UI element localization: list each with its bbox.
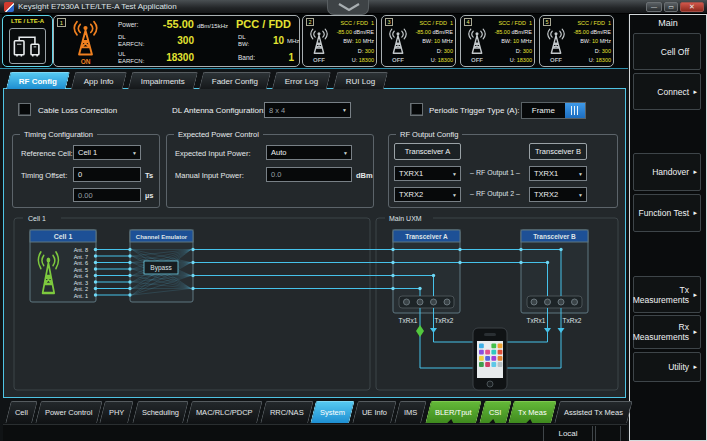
- submenu-arrow-icon: ▸: [693, 362, 697, 372]
- connect-button[interactable]: Connect▸: [633, 73, 701, 110]
- utility-button[interactable]: Utility▸: [633, 352, 701, 382]
- ant-label: Ant. 8: [74, 247, 88, 253]
- expected-power-section: Expected Power Control Expected Input Po…: [166, 134, 374, 208]
- status-bar: Local: [3, 424, 627, 441]
- txrx2-b-dropdown[interactable]: TXRX2▼: [529, 187, 587, 202]
- chevron-down-icon: ▼: [452, 192, 457, 198]
- trigger-mode-toggle[interactable]: Frame: [521, 102, 586, 119]
- app-window: Keysight E7530A LTE/LTE-A Test Applicati…: [0, 0, 707, 441]
- txrx1-a-label: TxRx1: [399, 317, 418, 324]
- scc-panel-4[interactable]: 4 OFF SCC / FDD 1 -85.00 dBm/RE BW: 10 M…: [460, 15, 535, 67]
- tab-error-log[interactable]: Error Log: [272, 72, 332, 89]
- cell-off-button[interactable]: Cell Off: [633, 33, 701, 70]
- antenna-icon: [465, 28, 489, 55]
- tab-ims[interactable]: IMS: [395, 401, 428, 423]
- transceiver-a-button[interactable]: Transceiver A: [394, 143, 461, 160]
- timing-offset-input[interactable]: 0: [73, 167, 141, 182]
- tab-cell[interactable]: Cell: [5, 401, 37, 423]
- ant-label: Ant. 7: [74, 254, 88, 260]
- expected-input-power-dropdown[interactable]: Auto▼: [266, 145, 352, 160]
- chevron-down-icon: ▼: [578, 171, 583, 177]
- tab-phy[interactable]: PHY: [100, 401, 135, 423]
- chevron-down-icon: ▼: [452, 171, 457, 177]
- scc-info: SCC / FDD 1 -85.00 dBm/RE BW: 10 MHz D: …: [489, 19, 532, 65]
- tab-rrc-nas[interactable]: RRC/NAS: [260, 401, 313, 423]
- section-title: Timing Configuration: [20, 130, 97, 139]
- tab-scheduling[interactable]: Scheduling: [132, 401, 189, 423]
- minimize-button[interactable]: —: [646, 2, 662, 12]
- status-panel-row: LTE / LTE-A 1 ON Power: -55.00 dBm/15kHz…: [2, 14, 628, 68]
- cell-state: OFF: [307, 57, 331, 63]
- minimize-icon: —: [651, 4, 657, 10]
- dl-antenna-dropdown[interactable]: 8 x 4▼: [264, 102, 351, 118]
- txrx1-a-dropdown[interactable]: TXRX1▼: [394, 166, 461, 181]
- maximize-icon: ▭: [668, 4, 674, 10]
- rx-measurements-button[interactable]: Rx Measurements▸: [633, 315, 701, 349]
- collapse-chevron[interactable]: [327, 0, 369, 15]
- ant-label: Ant. 1: [74, 293, 88, 299]
- dl-earfcn-label-1: DL: [118, 34, 126, 40]
- scc-panel-5[interactable]: 5 OFF SCC / FDD 1 -85.00 dBm/RE BW: 10 M…: [539, 15, 614, 67]
- bypass-label: Bypass: [150, 264, 172, 272]
- dl-bw-label-2: BW:: [238, 41, 249, 47]
- ue-phone-icon: [473, 328, 507, 390]
- scc-panel-2[interactable]: 2 OFF SCC / FDD 1 -85.00 dBm/RE BW: 10 M…: [302, 15, 377, 67]
- reference-cell-label: Reference Cell:: [21, 149, 73, 158]
- power-value: -55.00: [140, 18, 194, 30]
- txrx1-b-dropdown[interactable]: TXRX1▼: [529, 166, 587, 181]
- tab-csi[interactable]: CSI: [479, 401, 511, 423]
- submenu-arrow-icon: ▸: [693, 87, 697, 97]
- tab-mac-rlc-pdcp[interactable]: MAC/RLC/PDCP: [186, 401, 262, 423]
- local-mode-button[interactable]: Local: [543, 426, 593, 441]
- tab-rf-config[interactable]: RF Config: [6, 72, 70, 89]
- close-button[interactable]: ✕: [680, 2, 704, 12]
- tab-tx-meas[interactable]: Tx Meas: [508, 401, 556, 423]
- lte-mode-panel[interactable]: LTE / LTE-A: [2, 15, 53, 67]
- timing-offset-us-input[interactable]: 0.00: [73, 188, 141, 202]
- tab-bler-tput[interactable]: BLER/Tput: [425, 401, 481, 423]
- tab-ue-info[interactable]: UE Info: [353, 401, 398, 423]
- antenna-icon: [544, 28, 568, 55]
- transceiver-b-button[interactable]: Transceiver B: [529, 143, 587, 160]
- toggle-switch[interactable]: [565, 103, 585, 118]
- cell-index-badge: 2: [306, 18, 314, 26]
- rf-output-1-label: – RF Output 1 –: [463, 169, 527, 176]
- pcc-cell-panel[interactable]: 1 ON Power: -55.00 dBm/15kHz PCC / FDD D…: [53, 15, 300, 67]
- band-value: 1: [260, 52, 294, 63]
- txrx2-a-dropdown[interactable]: TXRX2▼: [394, 187, 461, 202]
- tab-system[interactable]: System: [311, 401, 356, 423]
- maximize-button[interactable]: ▭: [664, 2, 678, 12]
- tab-assisted-tx-meas[interactable]: Assisted Tx Meas: [554, 401, 633, 423]
- txrx2-b-label: TxRx2: [563, 317, 582, 324]
- measurement-tab-bar: Cell Power Control PHY Scheduling MAC/RL…: [8, 399, 630, 423]
- us-unit: µs: [145, 191, 154, 200]
- ant-label: Ant. 6: [74, 260, 88, 266]
- rf-wiring-diagram: Cell 1 Main UXM Cell 1 Ant. 8 Ant. 7 Ant…: [4, 210, 624, 398]
- handover-button[interactable]: Handover▸: [633, 153, 701, 191]
- scc-panel-3[interactable]: 3 OFF SCC / FDD 1 -85.00 dBm/RE BW: 10 M…: [381, 15, 456, 67]
- cell-index-badge: 1: [57, 18, 66, 27]
- chevron-down-icon: ▼: [343, 150, 348, 156]
- cable-loss-checkbox[interactable]: [18, 103, 31, 116]
- tab-fader-config[interactable]: Fader Config: [199, 72, 271, 89]
- rf-output-config-section: RF Output Config Transceiver A Transceiv…: [388, 134, 618, 208]
- cell-group-label: Cell 1: [28, 215, 46, 222]
- timing-configuration-section: Timing Configuration Reference Cell: Cel…: [12, 134, 160, 208]
- tab-impairments[interactable]: Impairments: [128, 72, 198, 89]
- tab-app-info[interactable]: App Info: [71, 72, 127, 89]
- periodic-trigger-checkbox[interactable]: [410, 103, 423, 116]
- band-label: Band:: [238, 55, 255, 62]
- reference-cell-dropdown[interactable]: Cell 1▼: [73, 145, 141, 160]
- dl-bw-value: 10: [260, 35, 284, 46]
- section-title: Expected Power Control: [174, 130, 263, 139]
- transceiver-a-title: Transceiver A: [405, 233, 448, 240]
- rf-output-2-label: – RF Output 2 –: [463, 190, 527, 197]
- manual-input-power-input[interactable]: 0.0: [266, 167, 352, 182]
- function-test-button[interactable]: Function Test▸: [633, 194, 701, 232]
- close-icon: ✕: [689, 3, 695, 10]
- tab-power-control[interactable]: Power Control: [35, 401, 102, 423]
- periodic-trigger-label: Periodic Trigger Type (A):: [429, 106, 520, 115]
- tx-measurements-button[interactable]: Tx Measurements▸: [633, 276, 701, 313]
- tab-rui-log[interactable]: RUI Log: [333, 72, 389, 89]
- scc-info: SCC / FDD 1 -85.00 dBm/RE BW: 10 MHz D: …: [568, 19, 611, 65]
